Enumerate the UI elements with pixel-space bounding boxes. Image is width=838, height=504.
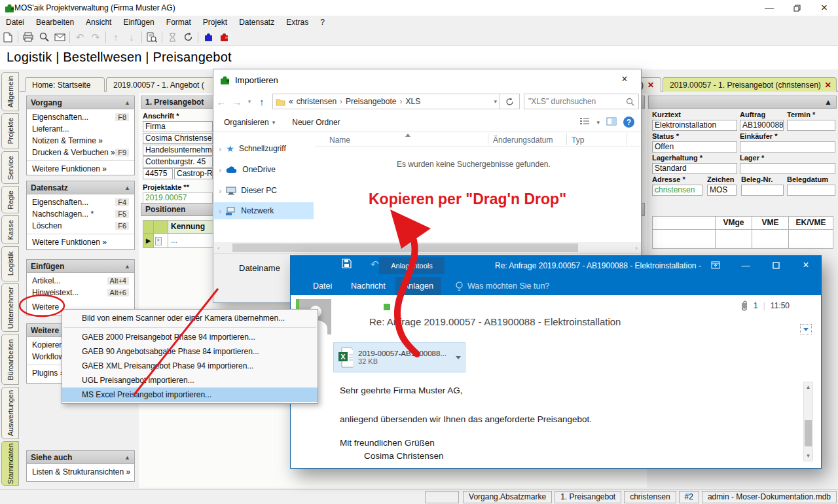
- print-preview-icon[interactable]: [36, 30, 52, 45]
- refresh-icon[interactable]: [180, 30, 196, 45]
- view-dropdown-icon[interactable]: ▾: [596, 119, 600, 126]
- minimize-button[interactable]: —: [731, 256, 761, 274]
- vtab-allgemein[interactable]: Allgemein: [1, 72, 19, 111]
- section-vorgang-header[interactable]: Vorgang▲: [27, 96, 134, 109]
- expand-chevron-icon[interactable]: ›: [219, 165, 221, 175]
- nav-schnellzugriff[interactable]: › ★ Schnellzugriff: [219, 140, 286, 157]
- maximize-button[interactable]: [761, 256, 791, 274]
- address-dropdown-icon[interactable]: ▾: [494, 98, 497, 105]
- vme-header[interactable]: VME: [752, 216, 789, 230]
- datensatz-weitere-funktionen[interactable]: Weitere Funktionen »: [27, 236, 134, 248]
- vtab-projekte[interactable]: Projekte: [1, 113, 19, 149]
- datensatz-loeschen[interactable]: LöschenF6: [27, 220, 134, 232]
- anschrift-firma-field[interactable]: Firma: [143, 121, 213, 132]
- nav-dieser-pc[interactable]: › Dieser PC: [219, 182, 277, 199]
- horizontal-scrollbar[interactable]: ‹ ›: [214, 242, 641, 253]
- column-name[interactable]: Name: [329, 135, 350, 145]
- section-datensatz-header[interactable]: Datensatz▲: [27, 181, 134, 194]
- ort-field[interactable]: Castrop-Rauxel: [174, 168, 213, 179]
- kurztext-field[interactable]: Elektroinstallation: [652, 120, 737, 131]
- vtab-regie[interactable]: Regie: [1, 186, 19, 213]
- adresse-field[interactable]: christensen: [652, 185, 702, 196]
- search-box[interactable]: "XLS" durchsuchen: [524, 94, 639, 109]
- close-button[interactable]: ×: [791, 256, 821, 274]
- preview-pane-icon[interactable]: [606, 117, 617, 128]
- vorgang-drucken-verbuchen[interactable]: Drucken & Verbuchen »F9: [27, 147, 134, 158]
- organize-button[interactable]: Organisieren: [224, 118, 269, 127]
- anschrift-name-field[interactable]: Cosima Christensen: [143, 133, 213, 144]
- vtab-stammdaten[interactable]: Stammdaten: [1, 441, 19, 486]
- tab-preisangebot-christensen[interactable]: 2019.00057 - 1. Preisangebot (christense…: [663, 77, 837, 92]
- undo-icon[interactable]: ↶: [371, 259, 379, 270]
- vmge-header[interactable]: VMge: [715, 216, 752, 230]
- save-icon[interactable]: [342, 259, 352, 268]
- status-field[interactable]: Offen: [652, 141, 737, 153]
- view-list-icon[interactable]: [579, 117, 590, 128]
- menu-extras[interactable]: Extras: [280, 16, 314, 29]
- zeichen-field[interactable]: MOS: [707, 185, 737, 196]
- scrollbar-thumb[interactable]: [805, 420, 812, 446]
- crumb-preisangebote[interactable]: Preisangebote: [346, 97, 396, 106]
- crumb-xls[interactable]: XLS: [405, 97, 420, 106]
- section-siehe-auch-header[interactable]: Siehe auch▲: [27, 451, 134, 464]
- ek-vme-header[interactable]: EK/VME: [788, 216, 833, 230]
- tab-close-icon[interactable]: ✕: [825, 81, 831, 90]
- address-bar[interactable]: « christensen › Preisangebote › XLS ▾: [272, 94, 500, 109]
- export-plugin-icon[interactable]: [216, 30, 232, 45]
- print-icon[interactable]: [20, 30, 36, 45]
- attachment-card[interactable]: X 2019-00057-AB1900088... 32 KB: [333, 342, 465, 372]
- scroll-left-icon[interactable]: ‹: [214, 245, 223, 251]
- anschrift-zusatz-field[interactable]: Handelsunternehmen: [143, 145, 213, 156]
- help-icon[interactable]: ?: [623, 117, 634, 128]
- attachment-dropdown-icon[interactable]: [456, 356, 461, 359]
- import-plugin-icon[interactable]: [200, 30, 216, 45]
- positionen-row-cell[interactable]: ...: [168, 233, 215, 248]
- vorgang-eigenschaften[interactable]: Eigenschaften...F8: [27, 111, 134, 123]
- menu-datensatz[interactable]: Datensatz: [233, 16, 280, 29]
- tell-me-box[interactable]: Was möchten Sie tun?: [448, 277, 557, 295]
- menu-einfuegen[interactable]: Einfügen: [117, 16, 160, 29]
- refresh-button[interactable]: [500, 94, 520, 109]
- positionen-kennung-header[interactable]: Kennung: [168, 220, 215, 234]
- forward-icon[interactable]: →: [229, 96, 245, 107]
- menu-item-gaeb2000[interactable]: GAEB 2000 Preisangebot Phase 94 importie…: [62, 330, 318, 344]
- menu-item-ms-excel-import[interactable]: MS Excel Preisangebot importieren...: [62, 387, 318, 402]
- explorer-close-icon[interactable]: ×: [611, 69, 638, 89]
- new-document-icon[interactable]: [0, 30, 16, 45]
- ribbon-display-icon[interactable]: [701, 256, 731, 274]
- email-icon[interactable]: [52, 30, 67, 45]
- menu-item-scanner[interactable]: Bild von einem Scanner oder einer Kamera…: [62, 311, 318, 325]
- vorgang-notizen-termine[interactable]: Notizen & Termine »: [27, 135, 134, 147]
- datensatz-nachschlagen[interactable]: Nachschlagen... *F5: [27, 208, 134, 220]
- expand-chevron-icon[interactable]: ›: [219, 144, 221, 154]
- vtab-unternehmer[interactable]: Unternehmer: [1, 283, 19, 332]
- expand-chevron-icon[interactable]: ›: [219, 186, 221, 196]
- vorgang-weitere-funktionen[interactable]: Weitere Funktionen »: [27, 163, 134, 175]
- scrollbar-thumb[interactable]: [232, 243, 578, 252]
- menu-ansicht[interactable]: Ansicht: [80, 16, 117, 29]
- tab-nachricht[interactable]: Nachricht: [343, 277, 393, 295]
- belegdatum-field[interactable]: [787, 185, 835, 196]
- menu-bearbeiten[interactable]: Bearbeiten: [30, 16, 80, 29]
- siehe-auch-listen[interactable]: Listen & Strukturansichten »: [27, 466, 134, 478]
- minimize-button[interactable]: —: [756, 0, 783, 16]
- vtab-service[interactable]: Service: [1, 151, 19, 184]
- positionen-row-icon-cell[interactable]: *: [153, 233, 168, 248]
- vorgang-lieferant[interactable]: Lieferant...: [27, 123, 134, 135]
- up-icon[interactable]: ↑: [254, 96, 270, 107]
- column-aenderungsdatum[interactable]: Änderungsdatum: [493, 135, 553, 145]
- plz-field[interactable]: 44575: [143, 168, 173, 179]
- history-chevron-icon[interactable]: ▾: [245, 98, 254, 105]
- einfuegen-artikel[interactable]: Artikel...Alt+4: [27, 275, 134, 287]
- close-button[interactable]: ×: [811, 0, 838, 16]
- back-icon[interactable]: ←: [213, 96, 229, 107]
- datensatz-eigenschaften[interactable]: Eigenschaften...F4: [27, 196, 134, 208]
- email-scrollbar[interactable]: ▲ ▼: [803, 382, 813, 461]
- tab-anlagen[interactable]: Anlagen: [395, 277, 441, 295]
- right-panel-header[interactable]: ▲: [648, 96, 837, 109]
- expand-chevron-icon[interactable]: ›: [219, 206, 221, 216]
- lagerhaltung-field[interactable]: Standard: [652, 163, 737, 174]
- tab-home-startseite[interactable]: Home: Startseite: [25, 77, 105, 92]
- expand-header-button[interactable]: [800, 324, 812, 334]
- auftrag-field[interactable]: AB1900088: [740, 120, 784, 131]
